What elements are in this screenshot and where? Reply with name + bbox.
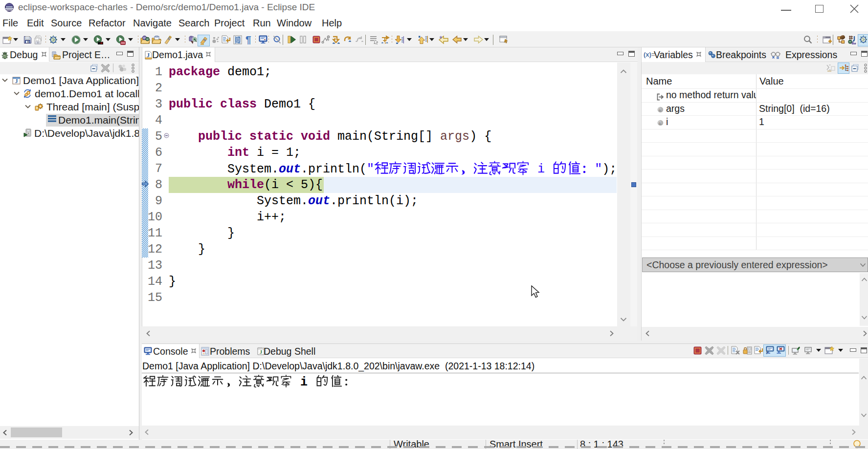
svg-text:J: J: [260, 349, 263, 355]
svg-text:J: J: [147, 52, 150, 59]
svg-text:L: L: [659, 108, 662, 112]
svg-text:L: L: [659, 121, 662, 126]
svg-text:J: J: [15, 78, 18, 84]
